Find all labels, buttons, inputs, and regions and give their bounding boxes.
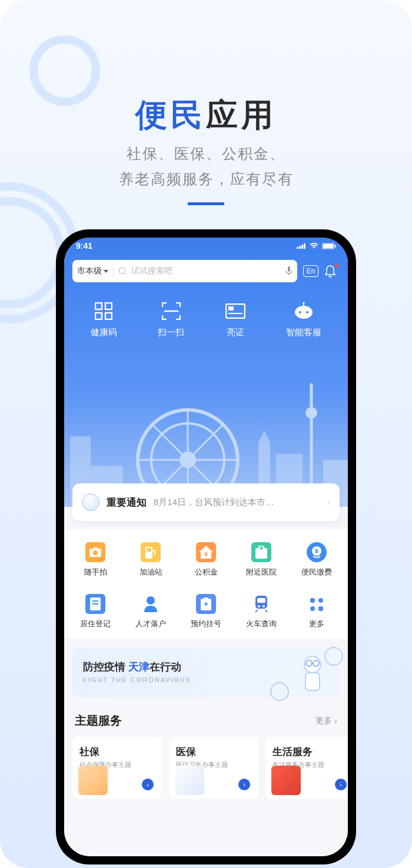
svc-pay[interactable]: ¥便民缴费 (289, 542, 344, 577)
svg-rect-13 (95, 313, 102, 319)
notice-bar[interactable]: 重要通知 8月14日，台风预计到达本市… › (72, 483, 340, 521)
svg-rect-17 (228, 306, 234, 311)
card-title: 社保 (79, 745, 155, 759)
svg-rect-9 (288, 266, 290, 272)
hospital-icon (251, 542, 271, 562)
status-time: 9:41 (76, 241, 92, 251)
promo-title-rest: 应用 (206, 97, 277, 132)
promo-sub-line2: 养老高频服务，应有尽有 (0, 166, 412, 192)
virus-icon (324, 647, 343, 666)
svg-point-19 (295, 306, 313, 319)
promo-title-highlight: 便民 (135, 97, 206, 132)
chevron-right-icon: › (334, 716, 337, 726)
document-icon (85, 594, 105, 614)
card-title: 医保 (176, 745, 251, 759)
quick-action-scan[interactable]: 扫一扫 (158, 301, 184, 338)
search-icon (118, 267, 127, 275)
covid-banner[interactable]: 防控疫情 天津在行动 FIGHT THE CORONAVIRUS (72, 648, 340, 697)
svc-train[interactable]: 火车查询 (234, 594, 289, 629)
arrow-icon: › (142, 779, 154, 790)
section-title: 主题服务 (75, 713, 122, 729)
svg-rect-3 (304, 243, 305, 249)
more-icon (307, 594, 327, 614)
district-dropdown[interactable]: 市本级 (77, 266, 108, 276)
chevron-right-icon: › (327, 498, 330, 507)
card-image (78, 766, 108, 795)
svc-camera[interactable]: 随手拍 (68, 542, 123, 577)
person-icon (141, 594, 161, 614)
notice-text: 8月14日，台风预计到达本市… (154, 497, 320, 508)
quick-action-label: 扫一扫 (158, 327, 184, 338)
svg-rect-1 (299, 246, 301, 249)
svg-rect-62 (305, 673, 320, 690)
svg-point-23 (303, 302, 305, 303)
promo-subtitle: 社保、医保、公积金、 养老高频服务，应有尽有 (0, 141, 412, 191)
notification-dot (335, 264, 338, 268)
card-image (271, 766, 301, 795)
svg-text:¥: ¥ (315, 547, 319, 555)
clipboard-icon (196, 594, 216, 614)
quick-action-health-code[interactable]: 健康码 (91, 301, 117, 338)
train-icon (251, 594, 271, 614)
app-screen: 9:41 市本级 (64, 238, 348, 856)
svg-point-35 (305, 407, 317, 419)
svc-residence[interactable]: 居住登记 (68, 594, 123, 629)
battery-icon (322, 243, 336, 249)
svg-point-21 (306, 311, 308, 313)
qr-grid-icon (94, 301, 114, 321)
svc-label: 居住登记 (80, 619, 111, 629)
mic-icon[interactable] (285, 266, 293, 276)
promo-sub-line1: 社保、医保、公积金、 (0, 141, 412, 166)
svc-label: 公积金 (195, 567, 218, 577)
notice-title: 重要通知 (107, 496, 147, 509)
quick-action-label: 亮证 (227, 327, 244, 338)
svc-gas[interactable]: 加油站 (123, 542, 178, 577)
scan-icon (161, 301, 181, 321)
header-area: 市本级 试试搜索吧 En (64, 254, 348, 507)
language-button[interactable]: En (303, 265, 318, 277)
phone-frame: 9:41 市本级 (56, 229, 356, 864)
svg-point-20 (299, 311, 301, 313)
pay-icon: ¥ (307, 542, 327, 562)
svc-label: 附近医院 (246, 567, 277, 577)
virus-icon (270, 682, 289, 701)
svg-rect-11 (95, 303, 102, 309)
svg-text:¥: ¥ (204, 550, 208, 557)
house-icon: ¥ (196, 542, 216, 562)
svg-rect-5 (323, 243, 334, 248)
divider (188, 202, 224, 205)
svc-label: 便民缴费 (301, 567, 332, 577)
svg-point-50 (147, 596, 155, 605)
doctor-illustration (289, 653, 329, 693)
chevron-down-icon (104, 270, 108, 273)
quick-action-ai-support[interactable]: 智能客服 (286, 301, 321, 338)
svg-rect-41 (147, 548, 151, 552)
theme-card-social-insurance[interactable]: 社保 社会保障办事主题 › (72, 737, 162, 799)
search-placeholder: 试试搜索吧 (131, 266, 281, 276)
signal-icon (297, 243, 306, 249)
svg-point-56 (263, 605, 265, 607)
theme-card-medical[interactable]: 医保 医疗卫生办事主题 › (169, 737, 258, 799)
svc-label: 人才落户 (135, 619, 166, 629)
svg-line-8 (124, 273, 126, 275)
svc-talent[interactable]: 人才落户 (123, 594, 178, 629)
search-box[interactable]: 市本级 试试搜索吧 (72, 260, 297, 282)
svg-rect-6 (335, 245, 336, 247)
theme-card-life[interactable]: 生活服务 生活服务办事主题 › (265, 737, 348, 799)
mascot-icon (82, 493, 99, 511)
theme-cards-row[interactable]: 社保 社会保障办事主题 › 医保 医疗卫生办事主题 › 生活服务 生活服务办事主… (64, 737, 348, 799)
more-button[interactable]: 更多› (315, 716, 337, 726)
quick-action-credential[interactable]: 亮证 (225, 301, 245, 338)
svc-fund[interactable]: ¥公积金 (178, 542, 234, 577)
svc-label: 预约挂号 (191, 619, 221, 629)
svc-more[interactable]: 更多 (289, 594, 344, 629)
svg-rect-16 (226, 304, 245, 318)
notification-icon[interactable] (324, 265, 340, 278)
arrow-icon: › (238, 779, 250, 790)
svc-booking[interactable]: 预约挂号 (178, 594, 234, 629)
svc-label: 更多 (309, 619, 324, 629)
status-bar: 9:41 (64, 238, 348, 254)
arrow-icon: › (335, 779, 347, 790)
quick-action-label: 健康码 (91, 327, 117, 338)
svc-hospital[interactable]: 附近医院 (234, 542, 289, 577)
